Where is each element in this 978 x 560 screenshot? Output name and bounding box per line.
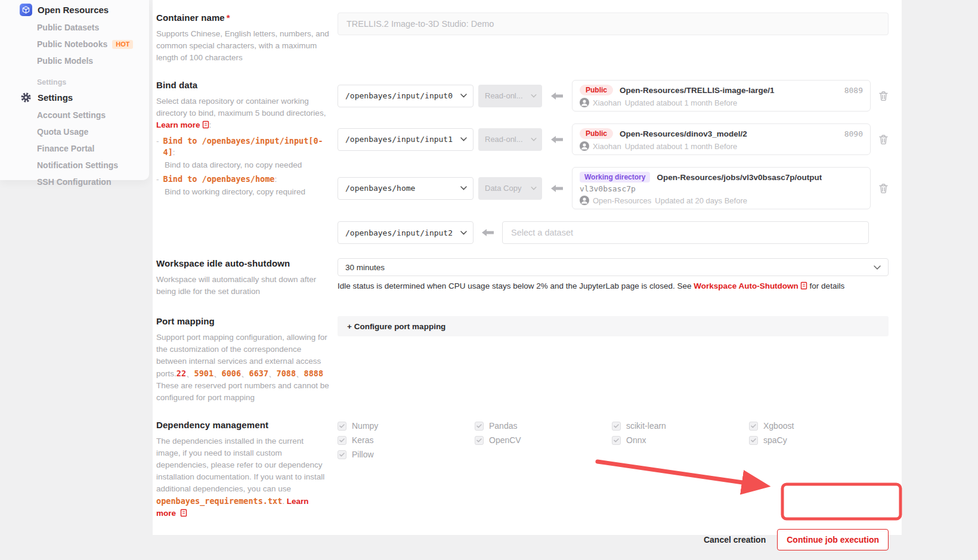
dependency-label: Dependency management [156, 420, 329, 430]
bind-rule-2: - Bind to /openbayes/home: [156, 174, 329, 185]
public-badge: Public [580, 85, 613, 95]
sidebar-item-notification-settings[interactable]: Notification Settings [0, 157, 149, 174]
checkbox-xgboost: Xgboost [749, 421, 794, 431]
dataset-title: Open-Resources/TRELLIS-image-large/1 [620, 86, 775, 95]
working-directory-card[interactable]: Working directory Open-Resources/jobs/vl… [572, 167, 871, 209]
port-mapping-label: Port mapping [156, 316, 329, 326]
dataset-card[interactable]: Public Open-Resources/TRELLIS-image-larg… [572, 80, 871, 112]
learn-more-doc-icon [202, 120, 209, 132]
auto-shutdown-label: Workspace idle auto-shutdown [156, 258, 329, 268]
sidebar-item-label: SSH Configuration [37, 177, 111, 187]
mount-path-dropdown[interactable]: /openbayes/input/input2 [338, 221, 473, 244]
sidebar-item-quota-usage[interactable]: Quota Usage [0, 123, 149, 140]
checkbox-checked-disabled [338, 450, 346, 459]
checkbox-pillow: Pillow [338, 450, 475, 459]
open-resources-cube-icon [20, 4, 32, 16]
dataset-title: Open-Resources/dinov3_model/2 [620, 129, 747, 138]
hot-badge: HOT [112, 40, 133, 49]
chevron-down-icon [460, 186, 467, 190]
dataset-updated: Updated atabout 1 month Before [625, 142, 738, 151]
mount-mode-dropdown-disabled: Read-onl... [478, 128, 542, 151]
sidebar-section-open-resources[interactable]: Open Resources [0, 1, 149, 19]
checkbox-checked-disabled [475, 422, 484, 431]
sidebar-item-account-settings[interactable]: Account Settings [0, 107, 149, 123]
container-name-label: Container name* [156, 13, 329, 23]
mount-path-dropdown[interactable]: /openbayes/input/input1 [338, 128, 473, 151]
dependency-checkbox-grid: Numpy Keras Pillow Pandas OpenCV scikit-… [338, 420, 889, 464]
section-auto-shutdown: Workspace idle auto-shutdown Workspace w… [156, 258, 889, 298]
checkbox-numpy: Numpy [338, 421, 475, 431]
avatar-icon [580, 141, 589, 151]
sidebar-section-settings[interactable]: Settings [0, 88, 149, 107]
section-port-mapping: Port mapping Support port mapping config… [156, 316, 889, 404]
sidebar-item-finance-portal[interactable]: Finance Portal [0, 140, 149, 157]
section-dependency-management: Dependency management The dependencies i… [156, 420, 889, 521]
sidebar-item-label: Quota Usage [37, 127, 88, 137]
gear-icon [20, 91, 32, 104]
bind-row-home: /openbayes/home Data Copy Working direct… [338, 167, 889, 209]
chevron-down-icon [460, 94, 467, 98]
sidebar-title-label: Open Resources [38, 5, 109, 15]
dataset-card[interactable]: Public Open-Resources/dinov3_model/2 809… [572, 123, 871, 155]
bind-rule-1-text: Bind to data directory, no copy needed [156, 159, 329, 171]
dataset-owner: Xiaohan [593, 142, 621, 151]
auto-shutdown-doc-link[interactable]: Workspace Auto-Shutdown [694, 281, 799, 290]
configure-port-mapping-button[interactable]: + Configure port mapping [338, 316, 889, 336]
section-container-name: Container name* Supports Chinese, Englis… [156, 0, 889, 64]
select-dataset-input[interactable] [502, 221, 869, 244]
sidebar-item-public-models[interactable]: Public Models [0, 52, 149, 69]
bind-data-learn-more-link[interactable]: Learn more [156, 120, 200, 129]
sidebar-item-public-datasets[interactable]: Public Datasets [0, 19, 149, 36]
delete-bind-button[interactable] [878, 134, 889, 145]
checkbox-checked-disabled [612, 422, 621, 431]
bind-data-label: Bind data [156, 80, 329, 90]
checkbox-pandas: Pandas [475, 421, 612, 431]
chevron-down-icon [874, 265, 881, 270]
section-bind-data: Bind data Select data repository or cont… [156, 80, 889, 244]
sidebar-item-public-notebooks[interactable]: Public Notebooks HOT [0, 36, 149, 52]
workdir-updated: Updated at 20 days Before [655, 196, 747, 205]
checkbox-checked-disabled [749, 436, 758, 445]
container-name-description: Supports Chinese, English letters, numbe… [156, 28, 329, 64]
checkbox-onnx: Onnx [612, 435, 749, 445]
sidebar-flyout: Open Resources Public Datasets Public No… [0, 0, 149, 180]
mount-path-dropdown[interactable]: /openbayes/home [338, 177, 473, 200]
checkbox-checked-disabled [749, 422, 758, 431]
chevron-down-icon [531, 138, 537, 141]
auto-shutdown-note: Idle status is determined when CPU usage… [338, 281, 889, 292]
delete-bind-button[interactable] [878, 183, 889, 194]
checkbox-checked-disabled [475, 436, 484, 445]
checkbox-scikit-learn: scikit-learn [612, 421, 749, 431]
cancel-creation-button[interactable]: Cancel creation [704, 535, 766, 544]
reserved-ports-list: 22、5901、6006、6637、7088、8888 [177, 369, 323, 378]
checkbox-spacy: spaCy [749, 435, 794, 445]
dependency-description: The dependencies installed in the curren… [156, 435, 329, 521]
dataset-port: 8089 [844, 86, 863, 95]
page: Open Resources Public Datasets Public No… [0, 0, 978, 560]
container-name-input[interactable] [338, 13, 889, 35]
dataset-port: 8090 [844, 129, 863, 138]
create-container-form: Container name* Supports Chinese, Englis… [153, 0, 902, 535]
continue-job-execution-button[interactable]: Continue job execution [777, 529, 889, 550]
chevron-down-icon [460, 137, 467, 141]
sidebar-title-label: Settings [38, 92, 73, 103]
required-asterisk: * [227, 13, 230, 23]
sidebar-item-label: Public Notebooks [37, 39, 107, 49]
chevron-down-icon [531, 94, 537, 98]
bind-row-input0: /openbayes/input/input0 Read-onl... Publ… [338, 80, 889, 112]
sidebar-item-label: Finance Portal [37, 144, 94, 153]
mount-path-dropdown[interactable]: /openbayes/input/input0 [338, 85, 473, 107]
workdir-owner: Open-Resources [593, 196, 651, 205]
sidebar-item-ssh-configuration[interactable]: SSH Configuration [0, 174, 149, 190]
mount-mode-dropdown-disabled: Read-onl... [478, 85, 542, 107]
bind-data-description: Select data repository or container work… [156, 95, 329, 197]
auto-shutdown-description: Workspace will automatically shut down a… [156, 274, 329, 298]
bind-row-input1: /openbayes/input/input1 Read-onl... Publ… [338, 123, 889, 155]
working-directory-badge: Working directory [580, 172, 650, 182]
bind-left-arrow-icon [550, 135, 564, 144]
idle-duration-select[interactable]: 30 minutes [338, 258, 889, 276]
delete-bind-button[interactable] [878, 91, 889, 101]
idle-duration-value: 30 minutes [345, 263, 385, 272]
learn-more-doc-icon [800, 281, 807, 292]
checkbox-checked-disabled [338, 422, 346, 431]
